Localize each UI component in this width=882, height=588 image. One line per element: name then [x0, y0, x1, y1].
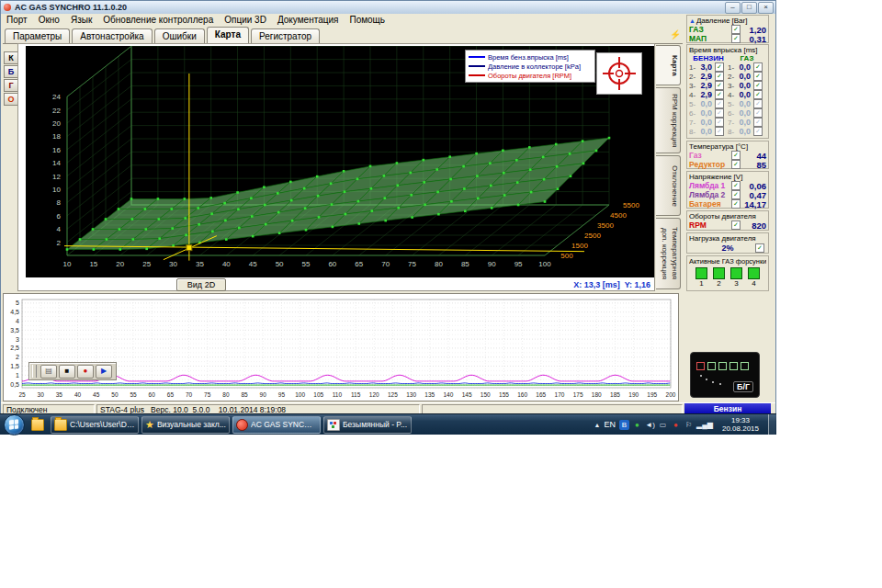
injection-checkbox[interactable]: ✓ — [715, 90, 724, 99]
injection-checkbox[interactable]: ✓ — [753, 108, 763, 118]
map-side-tab-1[interactable]: RPM коррекция — [656, 87, 681, 153]
minimize-button[interactable]: – — [725, 2, 741, 14]
menu-item-2[interactable]: Язык — [65, 15, 97, 25]
injection-gas-cell: 7-0,0✓ — [728, 118, 766, 127]
injection-checkbox[interactable]: ✓ — [753, 127, 763, 136]
injection-checkbox[interactable]: ✓ — [715, 127, 724, 136]
connection-bolt-icon[interactable]: ⚡ — [669, 28, 682, 42]
map-side-tab-3[interactable]: Температурная доп. коррекция — [656, 218, 681, 289]
cursor-coordinates: X: 13,3 [ms] Y: 1,16 — [573, 280, 650, 289]
tab-4[interactable]: Регистратор — [251, 28, 320, 43]
svg-text:2: 2 — [57, 239, 62, 247]
drag-handle[interactable] — [32, 365, 37, 378]
network-icon[interactable]: ▂▄▆ — [696, 420, 713, 430]
param-checkbox[interactable]: ✓ — [731, 181, 741, 190]
param-row: Редуктор✓85 — [689, 160, 766, 169]
play-button[interactable]: ▶ — [96, 365, 112, 379]
language-indicator[interactable]: EN — [605, 420, 616, 429]
menu-item-3[interactable]: Обновление контроллера — [97, 15, 219, 25]
param-checkbox[interactable]: ✓ — [731, 34, 741, 43]
titlebar[interactable]: AC GAS SYNCHRO 11.1.0.20 – □ × — [1, 1, 775, 14]
menu-item-5[interactable]: Документация — [272, 15, 345, 25]
injection-row-4: 4-2,9✓4-0,0✓ — [689, 90, 766, 99]
injection-checkbox[interactable]: ✓ — [753, 62, 763, 72]
svg-text:155: 155 — [499, 391, 509, 398]
volume-icon[interactable]: ◄) — [645, 420, 655, 430]
tab-1[interactable]: Автонастройка — [72, 28, 152, 43]
side-button-3[interactable]: О — [4, 93, 18, 106]
injection-checkbox[interactable]: ✓ — [715, 81, 724, 90]
param-row: Лямбда 2✓0,47 — [689, 190, 766, 199]
maximize-button[interactable]: □ — [741, 2, 757, 14]
param-checkbox[interactable]: ✓ — [731, 220, 741, 230]
tab-2[interactable]: Ошибки — [154, 28, 205, 43]
injection-checkbox[interactable]: ✓ — [715, 62, 724, 72]
map-side-tab-0[interactable]: Карта — [656, 45, 681, 85]
side-button-0[interactable]: К — [4, 51, 18, 64]
start-button[interactable] — [4, 414, 25, 435]
menu-item-6[interactable]: Помощь — [344, 15, 390, 25]
injection-checkbox[interactable]: ✓ — [715, 72, 724, 81]
bluetooth-icon[interactable]: B — [619, 420, 629, 430]
tab-3[interactable]: Карта — [207, 27, 249, 43]
side-button-2[interactable]: Г — [4, 79, 18, 92]
param-checkbox[interactable]: ✓ — [731, 190, 741, 199]
taskbar-button-1[interactable]: ★Визуальные закл... — [141, 416, 230, 434]
led-indicator — [713, 267, 725, 279]
action-center-icon[interactable]: ⚐ — [684, 420, 694, 430]
svg-text:110: 110 — [333, 391, 343, 398]
injection-checkbox[interactable]: ✓ — [715, 118, 724, 127]
injector-number: 4- — [728, 91, 736, 99]
menu-item-4[interactable]: Опции 3D — [219, 15, 272, 25]
registrator-series — [22, 375, 670, 385]
pane-button[interactable]: ▤ — [40, 365, 57, 379]
load-checkbox[interactable]: ✓ — [755, 243, 764, 253]
antivirus-icon[interactable]: ● — [632, 420, 642, 430]
section-title: Активные ГАЗ форсунки — [689, 257, 766, 266]
view-2d-button[interactable]: Вид 2D — [176, 278, 226, 291]
param-label: Редуктор — [689, 160, 725, 169]
menu-item-1[interactable]: Окно — [33, 15, 65, 25]
svg-text:25: 25 — [142, 260, 151, 268]
compass-icon[interactable] — [596, 52, 642, 95]
svg-text:3500: 3500 — [597, 221, 614, 230]
scroll-up-icon[interactable]: ▲ — [689, 17, 695, 24]
injection-gas-cell: 2-0,0✓ — [728, 72, 766, 81]
param-checkbox[interactable]: ✓ — [731, 160, 741, 169]
injection-row-5: 5-0,0✓5-0,0✓ — [689, 99, 766, 108]
injection-gas-cell: 5-0,0✓ — [728, 99, 766, 108]
injection-checkbox[interactable]: ✓ — [715, 108, 724, 118]
param-checkbox[interactable]: ✓ — [731, 199, 741, 209]
menu-item-0[interactable]: Порт — [1, 15, 33, 25]
injection-value: 0,0 — [736, 62, 751, 72]
gas-level-indicator[interactable]: Б/Г — [690, 352, 760, 398]
injection-checkbox[interactable]: ✓ — [715, 99, 724, 108]
injection-checkbox[interactable]: ✓ — [753, 118, 763, 127]
explorer-icon[interactable] — [31, 419, 44, 431]
taskbar-button-2[interactable]: AC GAS SYNCHRO — [232, 416, 321, 434]
taskbar-button-3[interactable]: Безымянный - P... — [323, 416, 412, 434]
stop-button[interactable]: ■ — [59, 365, 75, 379]
registrator-panel[interactable]: 54,543,532,521,510,525303540455055606570… — [3, 293, 679, 401]
param-checkbox[interactable]: ✓ — [731, 151, 741, 160]
map-3d-plot[interactable]: 2422201816141210864210152025303540455055… — [26, 46, 654, 277]
injection-checkbox[interactable]: ✓ — [753, 72, 763, 81]
security-icon[interactable]: ● — [671, 420, 681, 430]
side-button-1[interactable]: Б — [4, 65, 18, 78]
injection-gas-cell: 4-0,0✓ — [728, 90, 766, 99]
record-button[interactable]: ● — [77, 365, 94, 379]
injection-checkbox[interactable]: ✓ — [753, 99, 763, 108]
led-indicator — [730, 267, 742, 279]
injection-checkbox[interactable]: ✓ — [753, 90, 763, 99]
injection-checkbox[interactable]: ✓ — [753, 81, 763, 90]
hidden-icons-chevron[interactable]: ▲ — [594, 422, 601, 428]
map-side-tab-2[interactable]: Отклонение — [656, 155, 681, 216]
injection-value: 0,0 — [736, 72, 751, 81]
show-desktop-button[interactable] — [768, 414, 775, 435]
close-button[interactable]: × — [758, 2, 774, 14]
taskbar-clock[interactable]: 19:33 20.08.2015 — [717, 416, 764, 433]
tab-0[interactable]: Параметры — [5, 28, 70, 43]
taskbar-button-0[interactable]: C:\Users\User\Do... — [51, 416, 139, 434]
param-checkbox[interactable]: ✓ — [731, 25, 741, 34]
display-icon[interactable]: ▭ — [658, 420, 668, 430]
